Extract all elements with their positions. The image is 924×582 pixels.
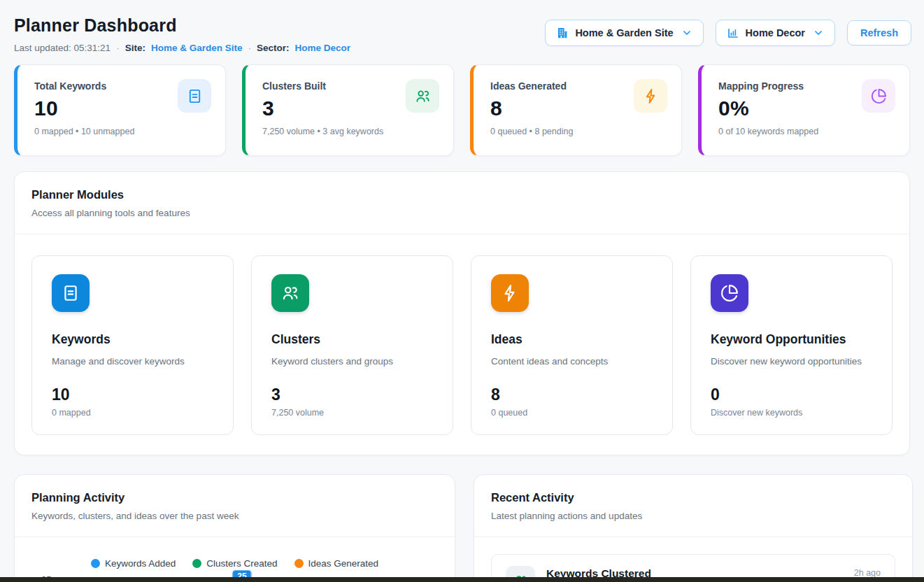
modules-panel-header: Planner Modules Access all planning tool…: [15, 172, 909, 234]
module-card-clusters[interactable]: Clusters Keyword clusters and groups 3 7…: [251, 255, 453, 435]
header-meta: Last updated: 05:31:21 · Site: Home & Ga…: [14, 43, 350, 53]
module-subtext: 0 mapped: [52, 408, 215, 418]
module-value: 0: [711, 385, 874, 404]
module-description: Discover new keyword opportunities: [711, 356, 874, 367]
building-icon: [556, 27, 569, 39]
modules-title: Planner Modules: [31, 188, 893, 201]
bar-chart-icon: [727, 27, 739, 39]
module-card-ideas[interactable]: Ideas Content ideas and concepts 8 0 que…: [471, 255, 673, 435]
modules-grid: Keywords Manage and discover keywords 10…: [15, 234, 909, 455]
zap-icon: [491, 274, 529, 312]
module-description: Content ideas and concepts: [491, 356, 654, 367]
sector-link[interactable]: Home Decor: [294, 43, 350, 53]
chevron-down-icon: [813, 27, 824, 38]
sector-selector-dropdown[interactable]: Home Decor: [716, 20, 835, 46]
activity-item-timestamp: 2h ago: [854, 568, 881, 578]
activity-list: Keywords Clustered 3 new clusters create…: [474, 537, 912, 582]
refresh-button[interactable]: Refresh: [847, 20, 911, 45]
stat-card-clusters-built: Clusters Built 3 7,250 volume • 3 avg ke…: [242, 64, 454, 156]
planning-activity-subtitle: Keywords, clusters, and ideas over the p…: [31, 511, 438, 521]
module-value: 8: [491, 385, 654, 404]
recent-activity-panel: Recent Activity Latest planning actions …: [474, 474, 913, 582]
stat-card-ideas-generated: Ideas Generated 8 0 queued • 8 pending: [470, 64, 682, 156]
planning-activity-panel: Planning Activity Keywords, clusters, an…: [14, 474, 455, 582]
pie-chart-icon: [711, 274, 748, 312]
module-subtext: 7,250 volume: [271, 408, 434, 418]
sector-label: Sector:: [257, 43, 290, 53]
users-icon: [406, 79, 439, 113]
users-icon: [271, 274, 309, 312]
zap-icon: [634, 79, 667, 113]
last-updated-text: Last updated: 05:31:21: [14, 43, 111, 53]
header-left: Planner Dashboard Last updated: 05:31:21…: [14, 15, 350, 53]
page-header: Planner Dashboard Last updated: 05:31:21…: [14, 15, 910, 53]
modules-subtitle: Access all planning tools and features: [31, 208, 893, 218]
module-title: Keywords: [52, 332, 215, 347]
stat-subtext: 7,250 volume • 3 avg keywords: [262, 127, 438, 136]
planning-activity-title: Planning Activity: [31, 491, 438, 504]
header-controls: Home & Garden Site Home Decor Refresh: [545, 20, 911, 46]
stat-subtext: 0 queued • 8 pending: [490, 127, 666, 136]
recent-activity-header: Recent Activity Latest planning actions …: [474, 475, 912, 537]
module-subtext: 0 queued: [491, 408, 654, 418]
viewport-bottom-bar: [0, 577, 924, 582]
module-subtext: Discover new keywords: [711, 408, 874, 418]
refresh-button-label: Refresh: [860, 27, 898, 38]
module-title: Keyword Opportunities: [711, 332, 874, 347]
planning-activity-header: Planning Activity Keywords, clusters, an…: [15, 475, 455, 537]
planner-modules-panel: Planner Modules Access all planning tool…: [14, 171, 910, 455]
stat-card-total-keywords: Total Keywords 10 0 mapped • 10 unmapped: [14, 64, 226, 156]
module-card-keyword-opportunities[interactable]: Keyword Opportunities Discover new keywo…: [690, 255, 893, 435]
site-selector-value: Home & Garden Site: [575, 27, 673, 38]
recent-activity-subtitle: Latest planning actions and updates: [491, 511, 895, 521]
module-card-keywords[interactable]: Keywords Manage and discover keywords 10…: [31, 255, 234, 435]
pie-chart-icon: [862, 79, 895, 113]
site-label: Site:: [125, 43, 145, 53]
stats-row: Total Keywords 10 0 mapped • 10 unmapped…: [14, 64, 910, 156]
stat-subtext: 0 mapped • 10 unmapped: [34, 127, 210, 136]
recent-activity-title: Recent Activity: [491, 491, 895, 504]
meta-separator: ·: [116, 43, 120, 53]
module-title: Ideas: [491, 332, 654, 347]
module-description: Keyword clusters and groups: [271, 356, 434, 367]
module-description: Manage and discover keywords: [52, 356, 215, 367]
document-icon: [178, 79, 211, 113]
bottom-row: Planning Activity Keywords, clusters, an…: [14, 474, 910, 582]
meta-separator: ·: [248, 43, 251, 53]
sector-selector-value: Home Decor: [746, 27, 805, 38]
site-selector-dropdown[interactable]: Home & Garden Site: [545, 20, 703, 46]
stat-card-mapping-progress: Mapping Progress 0% 0 of 10 keywords map…: [698, 64, 910, 156]
module-value: 10: [52, 385, 215, 404]
planner-dashboard-page: Planner Dashboard Last updated: 05:31:21…: [0, 0, 924, 582]
document-icon: [52, 274, 90, 312]
module-value: 3: [271, 385, 434, 404]
stat-subtext: 0 of 10 keywords mapped: [718, 127, 894, 136]
chevron-down-icon: [681, 27, 692, 38]
module-title: Clusters: [271, 332, 434, 347]
site-link[interactable]: Home & Garden Site: [151, 43, 243, 53]
page-title: Planner Dashboard: [14, 15, 350, 36]
